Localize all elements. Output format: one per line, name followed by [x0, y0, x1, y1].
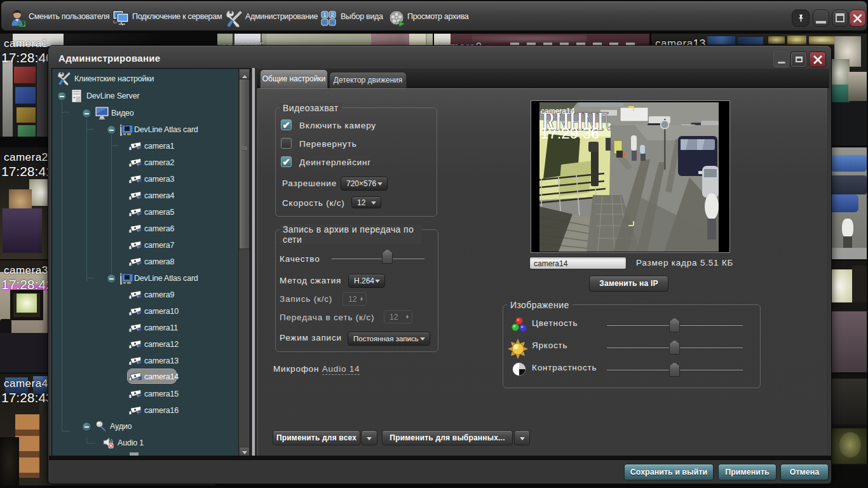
svg-text:camera14: camera14 — [541, 107, 575, 116]
svg-text:1: 1 — [323, 11, 326, 18]
svg-text:2: 2 — [330, 11, 334, 18]
svg-text:17:29:36: 17:29:36 — [540, 125, 599, 142]
